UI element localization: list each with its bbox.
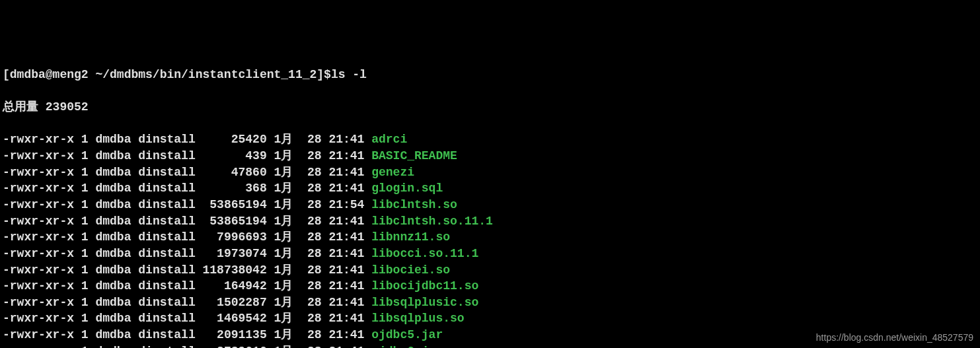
table-row: -rwxr-xr-x 1 dmdba dinstall1973074 1月 28… <box>3 246 977 262</box>
col-links: 1 <box>81 263 89 277</box>
col-permissions: -rwxr-xr-x <box>3 182 74 195</box>
col-filename: adrci <box>371 133 407 146</box>
col-owner: dmdba <box>95 215 131 228</box>
table-row: -rwxr-xr-x 1 dmdba dinstall118738042 1月 … <box>3 262 977 279</box>
prompt-user-host: [dmdba@meng2 <box>3 68 95 81</box>
col-group: dinstall <box>138 296 195 309</box>
col-day: 28 <box>307 263 322 277</box>
col-day: 28 <box>307 296 322 309</box>
command-text: ls -l <box>331 68 367 81</box>
col-day: 28 <box>307 279 322 293</box>
col-links: 1 <box>81 215 89 228</box>
col-time: 21:41 <box>328 247 364 260</box>
prompt-line[interactable]: [dmdba@meng2 ~/dmdbms/bin/instantclient_… <box>3 67 977 83</box>
col-permissions: -rwxr-xr-x <box>3 263 74 277</box>
col-group: dinstall <box>138 247 195 260</box>
col-group: dinstall <box>138 230 195 244</box>
col-filename: ojdbc5.jar <box>371 328 443 341</box>
col-filename: libclntsh.so <box>371 198 457 211</box>
col-size: 25420 <box>196 131 267 148</box>
col-month: 1月 <box>274 230 293 244</box>
col-permissions: -rwxr-xr-x <box>3 296 74 309</box>
col-links: 1 <box>81 247 89 260</box>
col-day: 28 <box>307 215 322 228</box>
col-month: 1月 <box>274 345 293 348</box>
col-owner: dmdba <box>95 263 131 277</box>
col-permissions: -rwxr-xr-x <box>3 279 74 293</box>
col-owner: dmdba <box>95 328 131 341</box>
col-owner: dmdba <box>95 133 131 146</box>
table-row: -rwxr-xr-x 1 dmdba dinstall164942 1月 28 … <box>3 278 977 295</box>
col-permissions: -rwxr-xr-x <box>3 198 74 211</box>
table-row: -rwxr-xr-x 1 dmdba dinstall53865194 1月 2… <box>3 213 977 230</box>
prompt-suffix: ]$ <box>317 68 331 81</box>
col-links: 1 <box>81 312 89 325</box>
col-time: 21:41 <box>328 166 364 179</box>
col-time: 21:41 <box>328 328 364 341</box>
col-links: 1 <box>81 166 89 179</box>
col-filename: glogin.sql <box>371 182 443 195</box>
col-owner: dmdba <box>95 279 131 293</box>
col-filename: ojdbc6.jar <box>371 345 443 348</box>
col-size: 118738042 <box>196 262 267 279</box>
col-links: 1 <box>81 230 89 244</box>
col-time: 21:41 <box>328 133 364 146</box>
col-owner: dmdba <box>95 149 131 162</box>
col-month: 1月 <box>274 279 293 293</box>
col-owner: dmdba <box>95 247 131 260</box>
col-time: 21:41 <box>328 345 364 348</box>
col-permissions: -rwxr-xr-x <box>3 166 74 179</box>
col-group: dinstall <box>138 215 195 228</box>
col-month: 1月 <box>274 215 293 228</box>
col-filename: libocci.so.11.1 <box>371 247 478 260</box>
col-filename: libnnz11.so <box>371 230 450 244</box>
col-links: 1 <box>81 182 89 195</box>
col-filename: genezi <box>371 166 414 179</box>
col-size: 53865194 <box>196 197 267 213</box>
col-group: dinstall <box>138 166 195 179</box>
col-group: dinstall <box>138 263 195 277</box>
col-size: 164942 <box>196 278 267 295</box>
col-permissions: -rwxr-xr-x <box>3 312 74 325</box>
col-time: 21:41 <box>328 149 364 162</box>
col-permissions: -rwxr-xr-x <box>3 230 74 244</box>
col-size: 7996693 <box>196 229 267 246</box>
col-day: 28 <box>307 182 322 195</box>
col-size: 1502287 <box>196 295 267 311</box>
col-month: 1月 <box>274 182 293 195</box>
col-owner: dmdba <box>95 345 131 348</box>
col-filename: libclntsh.so.11.1 <box>371 215 493 228</box>
table-row: -rwxr-xr-x 1 dmdba dinstall439 1月 28 21:… <box>3 148 977 164</box>
col-time: 21:41 <box>328 263 364 277</box>
col-day: 28 <box>307 312 322 325</box>
total-line: 总用量 239052 <box>3 99 977 116</box>
col-links: 1 <box>81 296 89 309</box>
table-row: -rwxr-xr-x 1 dmdba dinstall25420 1月 28 2… <box>3 131 977 148</box>
col-links: 1 <box>81 133 89 146</box>
col-permissions: -rwxr-xr-x <box>3 328 74 341</box>
col-group: dinstall <box>138 182 195 195</box>
file-listing: -rwxr-xr-x 1 dmdba dinstall25420 1月 28 2… <box>3 131 977 348</box>
col-month: 1月 <box>274 263 293 277</box>
col-month: 1月 <box>274 312 293 325</box>
col-day: 28 <box>307 345 322 348</box>
col-day: 28 <box>307 198 322 211</box>
col-month: 1月 <box>274 198 293 211</box>
col-links: 1 <box>81 279 89 293</box>
col-owner: dmdba <box>95 166 131 179</box>
col-time: 21:41 <box>328 279 364 293</box>
col-links: 1 <box>81 149 89 162</box>
col-permissions: -rwxr-xr-x <box>3 149 74 162</box>
col-filename: libociei.so <box>371 263 450 277</box>
col-links: 1 <box>81 345 89 348</box>
col-filename: libsqlplusic.so <box>371 296 478 309</box>
col-time: 21:54 <box>328 198 364 211</box>
table-row: -rwxr-xr-x 1 dmdba dinstall53865194 1月 2… <box>3 197 977 213</box>
col-size: 53865194 <box>196 213 267 230</box>
col-size: 1973074 <box>196 246 267 262</box>
col-month: 1月 <box>274 149 293 162</box>
col-group: dinstall <box>138 133 195 146</box>
prompt-path: ~/dmdbms/bin/instantclient_11_2 <box>95 68 317 81</box>
table-row: -rwxr-xr-x 1 dmdba dinstall1502287 1月 28… <box>3 295 977 311</box>
col-time: 21:41 <box>328 215 364 228</box>
